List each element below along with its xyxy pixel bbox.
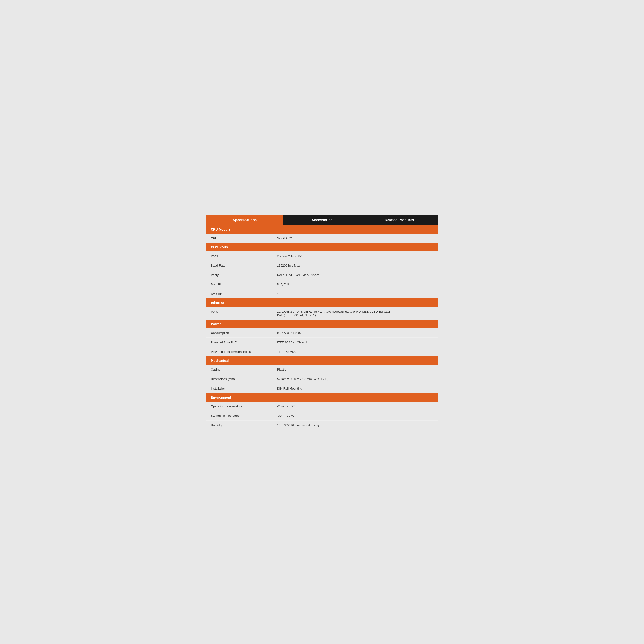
- spec-table: Consumption0.07 A @ 24 VDCPowered from P…: [206, 328, 438, 356]
- spec-table: Operating Temperature-25 ~ +75 °CStorage…: [206, 402, 438, 430]
- spec-label: Dimensions (mm): [206, 374, 272, 384]
- section-header: Power: [206, 320, 438, 328]
- main-container: Specifications Accessories Related Produ…: [206, 215, 438, 430]
- tab-accessories[interactable]: Accessories: [283, 215, 361, 225]
- table-row: Powered from Terminal Block+12 ~ 48 VDC: [206, 347, 438, 356]
- section-power: PowerConsumption0.07 A @ 24 VDCPowered f…: [206, 320, 438, 356]
- spec-label: Data Bit: [206, 280, 272, 289]
- spec-value: -25 ~ +75 °C: [272, 402, 438, 411]
- tab-bar: Specifications Accessories Related Produ…: [206, 215, 438, 225]
- spec-value: 5, 6, 7, 8: [272, 280, 438, 289]
- section-header: CPU Module: [206, 225, 438, 234]
- table-row: Consumption0.07 A @ 24 VDC: [206, 328, 438, 338]
- spec-value: 10 ~ 90% RH, non-condensing: [272, 420, 438, 430]
- table-row: Humidity10 ~ 90% RH, non-condensing: [206, 420, 438, 430]
- spec-value: 1, 2: [272, 289, 438, 298]
- spec-value: 52 mm x 95 mm x 27 mm (W x H x D): [272, 374, 438, 384]
- spec-value: IEEE 802.3af, Class 1: [272, 337, 438, 347]
- table-row: CasingPlastic: [206, 365, 438, 374]
- spec-label: Parity: [206, 270, 272, 280]
- table-row: CPU32-bit ARM: [206, 234, 438, 243]
- section-cpu-module: CPU ModuleCPU32-bit ARM: [206, 225, 438, 243]
- table-row: Dimensions (mm)52 mm x 95 mm x 27 mm (W …: [206, 374, 438, 384]
- spec-label: Baud Rate: [206, 261, 272, 270]
- spec-label: Ports: [206, 307, 272, 320]
- spec-label: Installation: [206, 384, 272, 393]
- spec-value: Plastic: [272, 365, 438, 374]
- spec-value: -30 ~ +80 °C: [272, 411, 438, 420]
- spec-value: 10/100 Base-TX, 8-pin RJ-45 x 1, (Auto-n…: [272, 307, 438, 320]
- spec-value: +12 ~ 48 VDC: [272, 347, 438, 356]
- section-header: Ethernet: [206, 298, 438, 307]
- table-row: Stop Bit1, 2: [206, 289, 438, 298]
- section-header: COM Ports: [206, 243, 438, 251]
- spec-value: 32-bit ARM: [272, 234, 438, 243]
- table-row: Ports10/100 Base-TX, 8-pin RJ-45 x 1, (A…: [206, 307, 438, 320]
- spec-value: 115200 bps Max.: [272, 261, 438, 270]
- section-header: Mechanical: [206, 356, 438, 365]
- section-ethernet: EthernetPorts10/100 Base-TX, 8-pin RJ-45…: [206, 298, 438, 320]
- section-header: Environment: [206, 393, 438, 402]
- spec-label: Consumption: [206, 328, 272, 338]
- spec-label: Humidity: [206, 420, 272, 430]
- spec-label: Powered from PoE: [206, 337, 272, 347]
- tab-specifications[interactable]: Specifications: [206, 215, 283, 225]
- spec-table: CPU32-bit ARM: [206, 234, 438, 243]
- tab-related-products[interactable]: Related Products: [361, 215, 438, 225]
- spec-value: 0.07 A @ 24 VDC: [272, 328, 438, 338]
- specifications-content: CPU ModuleCPU32-bit ARMCOM PortsPorts2 x…: [206, 225, 438, 430]
- section-com-ports: COM PortsPorts2 x 5-wire RS-232Baud Rate…: [206, 243, 438, 298]
- section-mechanical: MechanicalCasingPlasticDimensions (mm)52…: [206, 356, 438, 393]
- table-row: Powered from PoEIEEE 802.3af, Class 1: [206, 337, 438, 347]
- table-row: Storage Temperature-30 ~ +80 °C: [206, 411, 438, 420]
- spec-table: CasingPlasticDimensions (mm)52 mm x 95 m…: [206, 365, 438, 393]
- table-row: ParityNone, Odd, Even, Mark, Space: [206, 270, 438, 280]
- table-row: Baud Rate115200 bps Max.: [206, 261, 438, 270]
- spec-label: CPU: [206, 234, 272, 243]
- table-row: Ports2 x 5-wire RS-232: [206, 251, 438, 261]
- spec-value: 2 x 5-wire RS-232: [272, 251, 438, 261]
- spec-label: Casing: [206, 365, 272, 374]
- spec-label: Ports: [206, 251, 272, 261]
- table-row: Data Bit5, 6, 7, 8: [206, 280, 438, 289]
- spec-label: Operating Temperature: [206, 402, 272, 411]
- spec-label: Stop Bit: [206, 289, 272, 298]
- table-row: InstallationDIN-Rail Mounting: [206, 384, 438, 393]
- spec-table: Ports10/100 Base-TX, 8-pin RJ-45 x 1, (A…: [206, 307, 438, 320]
- table-row: Operating Temperature-25 ~ +75 °C: [206, 402, 438, 411]
- spec-label: Storage Temperature: [206, 411, 272, 420]
- spec-value: None, Odd, Even, Mark, Space: [272, 270, 438, 280]
- spec-table: Ports2 x 5-wire RS-232Baud Rate115200 bp…: [206, 251, 438, 298]
- spec-value: DIN-Rail Mounting: [272, 384, 438, 393]
- section-environment: EnvironmentOperating Temperature-25 ~ +7…: [206, 393, 438, 430]
- spec-label: Powered from Terminal Block: [206, 347, 272, 356]
